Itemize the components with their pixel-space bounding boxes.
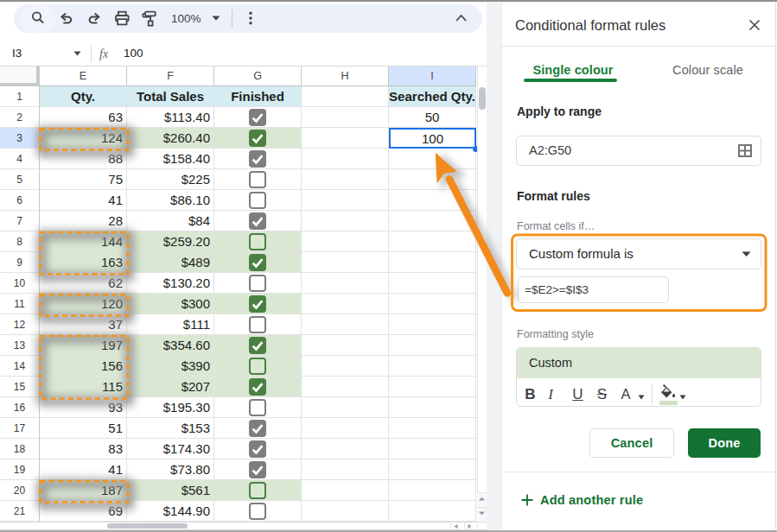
- svg-text:100%: 100%: [171, 12, 201, 25]
